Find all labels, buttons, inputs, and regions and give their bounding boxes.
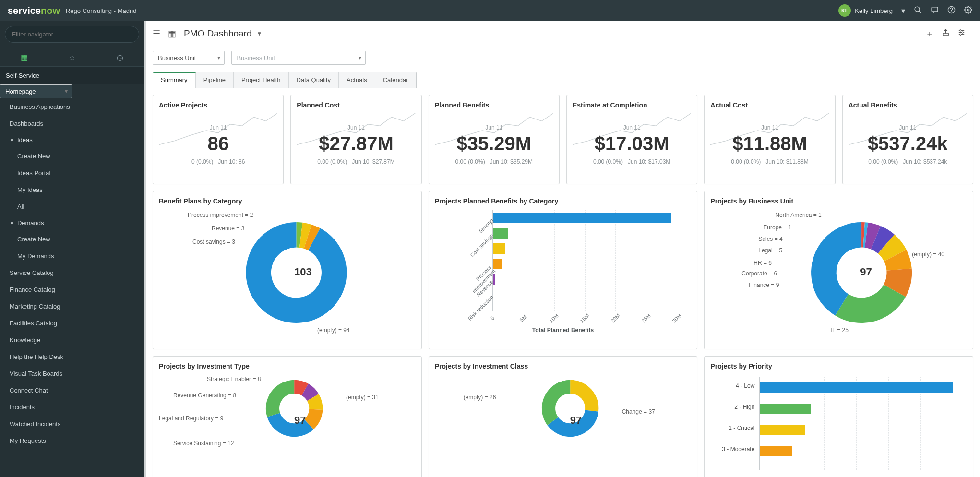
menu-icon[interactable]: ☰ [153, 28, 160, 39]
filter-business-unit-2[interactable]: Business Unit [231, 51, 366, 65]
tab-calendar[interactable]: Calendar [375, 72, 416, 88]
svg-point-0 [915, 7, 920, 12]
nav-item-my-ideas[interactable]: My Ideas [0, 181, 144, 198]
tab-data-quality[interactable]: Data Quality [289, 72, 339, 88]
card-projects-invclass[interactable]: Projects by Investment Class 97(empty) =… [429, 356, 698, 477]
page-title: PMO Dashboard [184, 28, 252, 39]
nav-item-service-catalog[interactable]: Service Catalog [0, 264, 144, 281]
nav-section-selfservice[interactable]: Self-Service [0, 67, 144, 84]
nav-item-business-applications[interactable]: Business Applications [0, 98, 144, 115]
chat-icon[interactable] [931, 6, 939, 16]
svg-point-12 [960, 34, 961, 35]
svg-rect-2 [932, 7, 938, 11]
kpi-active-projects[interactable]: Active ProjectsJun 11860 (0.0%) Jun 10: … [153, 95, 284, 184]
nav-filter-input[interactable] [5, 26, 139, 43]
kpi-planned-benefits[interactable]: Planned BenefitsJun 11$35.29M0.00 (0.0%)… [429, 95, 560, 184]
nav-item-facilities-catalog[interactable]: Facilities Catalog [0, 315, 144, 332]
card-benefit-plans[interactable]: Benefit Plans by Category 103Process imp… [153, 191, 422, 349]
share-icon[interactable] [942, 28, 950, 39]
grid-icon[interactable]: ▦ [168, 28, 176, 39]
title-dropdown-icon[interactable]: ▼ [257, 30, 263, 37]
svg-point-5 [967, 9, 969, 11]
svg-point-4 [951, 12, 952, 12]
nav-item-finance-catalog[interactable]: Finance Catalog [0, 281, 144, 298]
tab-pipeline[interactable]: Pipeline [196, 72, 234, 88]
kpi-actual-cost[interactable]: Actual CostJun 11$11.88M0.00 (0.0%) Jun … [704, 95, 835, 184]
card-projects-priority[interactable]: Projects by Priority 4 - Low2 - High1 - … [704, 356, 973, 477]
card-projects-invtype[interactable]: Projects by Investment Type 97Strategic … [153, 356, 422, 477]
tab-actuals[interactable]: Actuals [339, 72, 375, 88]
nav-item-homepage[interactable]: Homepage [0, 84, 72, 98]
nav-item-dashboards[interactable]: Dashboards [0, 115, 144, 132]
chevron-down-icon[interactable]: ▾ [901, 6, 905, 15]
nav-item-marketing-catalog[interactable]: Marketing Catalog [0, 298, 144, 315]
top-bar: servicenow Rego Consulting - Madrid KL K… [0, 0, 980, 21]
page-header: ☰ ▦ PMO Dashboard ▼ ＋ [146, 21, 980, 46]
config-icon[interactable] [957, 28, 966, 39]
svg-point-11 [962, 32, 963, 33]
nav-item-all[interactable]: All [0, 198, 144, 215]
nav-group-ideas[interactable]: ▼Ideas [0, 132, 144, 148]
search-icon[interactable] [914, 6, 922, 16]
avatar[interactable]: KL [838, 4, 851, 17]
tab-project-health[interactable]: Project Health [234, 72, 289, 88]
nav-item-knowledge[interactable]: Knowledge [0, 332, 144, 348]
gear-icon[interactable] [964, 6, 972, 16]
nav-item-incidents[interactable]: Incidents [0, 399, 144, 416]
card-planned-benefits-category[interactable]: Projects Planned Benefits by Category (e… [429, 191, 698, 349]
instance-title: Rego Consulting - Madrid [66, 7, 136, 14]
nav-item-ideas-portal[interactable]: Ideas Portal [0, 165, 144, 181]
main: ☰ ▦ PMO Dashboard ▼ ＋ Business Unit Busi… [144, 21, 980, 477]
brand-logo: servicenow [8, 5, 60, 16]
nav-item-visual-task-boards[interactable]: Visual Task Boards [0, 365, 144, 382]
left-nav: ▦ ☆ ◷ Self-Service HomepageBusiness Appl… [0, 21, 144, 477]
dashboard-tabs: SummaryPipelineProject HealthData Qualit… [153, 72, 417, 88]
kpi-actual-benefits[interactable]: Actual BenefitsJun 11$537.24k0.00 (0.0%)… [842, 95, 973, 184]
filter-business-unit-1[interactable]: Business Unit [153, 51, 225, 65]
nav-item-watched-incidents[interactable]: Watched Incidents [0, 416, 144, 432]
user-name[interactable]: Kelly Limberg [855, 7, 893, 14]
svg-rect-6 [943, 33, 948, 35]
nav-item-create-new[interactable]: Create New [0, 231, 144, 248]
nav-item-my-requests[interactable]: My Requests [0, 432, 144, 449]
nav-apps-icon[interactable]: ▦ [21, 53, 28, 62]
nav-item-create-new[interactable]: Create New [0, 148, 144, 165]
add-icon[interactable]: ＋ [925, 28, 934, 39]
nav-star-icon[interactable]: ☆ [69, 53, 75, 62]
nav-history-icon[interactable]: ◷ [117, 53, 123, 62]
kpi-estimate-at-completion[interactable]: Estimate at CompletionJun 11$17.03M0.00 … [566, 95, 697, 184]
tab-summary[interactable]: Summary [153, 72, 196, 88]
nav-item-my-demands[interactable]: My Demands [0, 248, 144, 264]
nav-group-demands[interactable]: ▼Demands [0, 215, 144, 231]
help-icon[interactable] [947, 6, 956, 16]
kpi-planned-cost[interactable]: Planned CostJun 11$27.87M0.00 (0.0%) Jun… [290, 95, 421, 184]
card-projects-bu[interactable]: Projects by Business Unit 97North Americ… [704, 191, 973, 349]
svg-point-10 [960, 29, 961, 31]
svg-line-1 [919, 11, 921, 12]
nav-item-help-the-help-desk[interactable]: Help the Help Desk [0, 348, 144, 365]
nav-item-connect-chat[interactable]: Connect Chat [0, 382, 144, 399]
